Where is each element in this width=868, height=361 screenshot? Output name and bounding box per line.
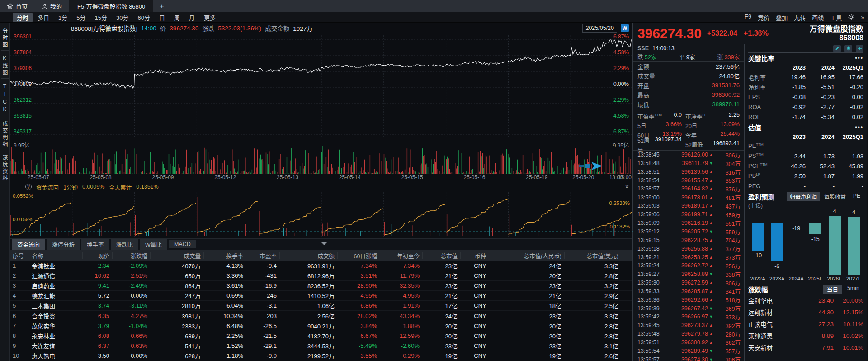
period-tab-5分[interactable]: 5分 <box>72 13 90 22</box>
tool-九转[interactable]: 九转 <box>794 13 806 22</box>
add-plus-icon[interactable] <box>856 45 863 52</box>
wind-logo-icon[interactable]: W <box>621 24 629 32</box>
period-tab-15分[interactable]: 15分 <box>91 13 111 22</box>
mover-row-远翔新材[interactable]: 远翔新材44.3012.15% <box>748 306 863 318</box>
trade-date[interactable]: 2025/05/20 <box>582 24 617 33</box>
tool-工具[interactable]: 工具 <box>830 13 842 22</box>
column-header-名称[interactable]: 名称 <box>29 252 82 259</box>
intraday-price-chart[interactable]: 3963013878043793063708093623123538153453… <box>10 33 632 141</box>
forecast-tab-PE[interactable]: PE <box>850 192 863 201</box>
fund-flow-pane[interactable]: ? 资金流向 1分钟 0.0009% 全天累计 0.1351% × 0.0552… <box>10 182 632 238</box>
column-header-现价[interactable]: 现价 <box>82 252 112 259</box>
period-tab-1分[interactable]: 1分 <box>54 13 71 22</box>
bar <box>809 223 821 234</box>
tick-up-arrow-icon: ▲ <box>708 170 714 174</box>
sidebar-item-分时图[interactable]: 分时图 <box>1 26 9 51</box>
tool-F9[interactable]: F9 <box>745 13 751 22</box>
cell: 23亿 <box>500 281 564 290</box>
home-button[interactable]: 首页 <box>0 0 35 12</box>
column-header-市盈率[interactable]: 市盈率 <box>246 252 279 259</box>
column-header-总市值(美元)[interactable]: 总市值(美元) <box>564 252 621 259</box>
indicator-tab-涨停分析[interactable]: 涨停分析 <box>47 239 80 250</box>
valuation-header: 估值 ••• <box>748 122 863 132</box>
period-tab-60分[interactable]: 60分 <box>133 13 154 22</box>
cell: 0.63% <box>112 342 150 349</box>
active-document-tab[interactable]: F5-万得微盘股指数 86800 <box>69 0 153 12</box>
pair-label: 20日 <box>685 121 697 130</box>
tool-画线[interactable]: 画线 <box>812 13 824 22</box>
table-row[interactable]: 8永安林业6.080.66%689万2.25%-21.54182.70万6.67… <box>10 331 632 341</box>
table-row[interactable]: 4德龙汇能5.720.00%247万0.69%2461410.52万4.95%4… <box>10 291 632 301</box>
column-header-总市值(人民币)[interactable]: 总市值(人民币) <box>500 252 564 259</box>
period-tab-分时[interactable]: 分时 <box>13 13 33 22</box>
mover-row-正弦电气[interactable]: 正弦电气27.2310.11% <box>748 318 863 330</box>
alert-bell-icon[interactable] <box>844 45 852 52</box>
collapse-caret-icon[interactable] <box>321 242 327 245</box>
mover-row-金利华电[interactable]: 金利华电23.4020.00% <box>748 294 863 306</box>
table-row[interactable]: 5三木集团3.74-3.11%2810万6.04%-3.11.06亿6.86%1… <box>10 301 632 311</box>
indicator-tab-MACD[interactable]: MACD <box>169 240 196 248</box>
table-row[interactable]: 9大连友谊6.370.63%541万1.52%-29.13444.53万-5.4… <box>10 341 632 351</box>
table-row[interactable]: 6合金投资6.354.27%3981万10.34%2032.56亿28.02%4… <box>10 311 632 321</box>
column-header-年初至今[interactable]: 年初至今 <box>380 252 422 259</box>
sidebar-item-K线图[interactable]: K线图 <box>1 53 9 79</box>
help-icon[interactable]: ? <box>25 184 32 190</box>
mover-price: 44.30 <box>808 309 834 316</box>
valuation-more-icon[interactable]: ••• <box>855 124 863 130</box>
gear-icon[interactable] <box>848 14 854 20</box>
table-row[interactable]: 7茂化实华3.79-1.04%2383万6.48%-26.59040.21万3.… <box>10 321 632 331</box>
cell: 0.00% <box>112 292 150 299</box>
volume-pane[interactable]: 9.95亿 9.95亿 25-05-0725-05-0825-05-0925-0… <box>10 141 632 182</box>
period-tab-日[interactable]: 日 <box>155 13 169 22</box>
close-icon[interactable]: × <box>625 183 629 190</box>
indicator-tab-资金流向[interactable]: 资金流向 <box>12 239 45 250</box>
mover-row-莱绅通灵[interactable]: 莱绅通灵8.8910.02% <box>748 330 863 342</box>
mover-row-天安新材[interactable]: 天安新材7.9110.01% <box>748 342 863 353</box>
my-button[interactable]: 我的 <box>35 0 69 12</box>
movers-tab-当日[interactable]: 当日 <box>823 285 842 294</box>
column-header-涨跌幅[interactable]: 涨跌幅 <box>112 252 150 259</box>
tick-row: 13:59:12396205.72▼559万 <box>633 228 744 236</box>
period-tab-月[interactable]: 月 <box>185 13 199 22</box>
period-tab-更多[interactable]: 更多 <box>200 13 220 22</box>
column-header-总市值[interactable]: 总市值 <box>422 252 460 259</box>
table-row[interactable]: 3启迪药业9.41-2.49%864万3.61%-16.98236.52万28.… <box>10 281 632 291</box>
indicator-tab-W量比[interactable]: W量比 <box>140 239 167 250</box>
period-tab-多日[interactable]: 多日 <box>33 13 53 22</box>
indicator-tab-涨跌比[interactable]: 涨跌比 <box>111 239 139 250</box>
sidebar-item-TICK[interactable]: TICK <box>2 81 8 116</box>
cell: -431 <box>246 272 279 279</box>
forecast-tab-归母净利润[interactable]: 归母净利润 <box>787 192 820 201</box>
column-header-60日涨幅[interactable]: 60日涨幅 <box>337 252 380 259</box>
interval-value: 0.0009% <box>82 184 104 190</box>
tick-volume: 373万 <box>714 313 741 321</box>
expand-toolbar-chevrons-icon[interactable]: » <box>861 14 863 21</box>
period-tab-周[interactable]: 周 <box>170 13 184 22</box>
tick-time: 13:59:09 <box>637 220 666 226</box>
column-header-成交量[interactable]: 成交量 <box>150 252 203 259</box>
sidebar-item-成交明细[interactable]: 成交明细 <box>1 119 9 150</box>
tick-row: 13:59:06396199.71▲459万 <box>633 210 744 219</box>
tick-up-arrow-icon: ▲ <box>708 152 714 157</box>
tool-叠加[interactable]: 叠加 <box>776 13 788 22</box>
table-row[interactable]: 2汇源通信10.622.51%650万3.36%-4316812.96万3.51… <box>10 271 632 281</box>
period-tab-30分[interactable]: 30分 <box>112 13 132 22</box>
column-header-成交额[interactable]: 成交额 <box>279 252 337 259</box>
ratio-row-PCF: PCFTTM40.2652.4345.89 <box>748 161 863 171</box>
table-row[interactable]: 10惠天热电3.500.00%628万1.18%-9.02199.52万3.55… <box>10 351 632 361</box>
column-header-换手率[interactable]: 换手率 <box>203 252 246 259</box>
edit-pencil-icon[interactable] <box>833 45 841 52</box>
table-row[interactable]: 1金浦钛业2.34-2.09%4070万4.13%-9.49631.91万7.3… <box>10 261 632 271</box>
column-header-序号[interactable]: 序号 <box>10 252 29 259</box>
column-header-币种[interactable]: 币种 <box>460 252 500 259</box>
movers-tab-5min[interactable]: 5min <box>843 285 863 294</box>
cell: 10.62 <box>82 272 112 279</box>
tool-竞价[interactable]: 竞价 <box>758 13 769 22</box>
key-ratios-more-icon[interactable]: ••• <box>855 55 863 61</box>
quote-region: 396274.30 +5322.04 +1.36% 万得微盘股指数 868008… <box>633 23 867 361</box>
forecast-tab-每股收益[interactable]: 每股收益 <box>821 192 849 201</box>
mover-name: 莱绅通灵 <box>748 331 808 340</box>
new-tab-button[interactable]: + <box>153 0 170 12</box>
indicator-tab-换手率[interactable]: 换手率 <box>81 239 109 250</box>
sidebar-item-深度资料[interactable]: 深度资料 <box>1 153 9 184</box>
